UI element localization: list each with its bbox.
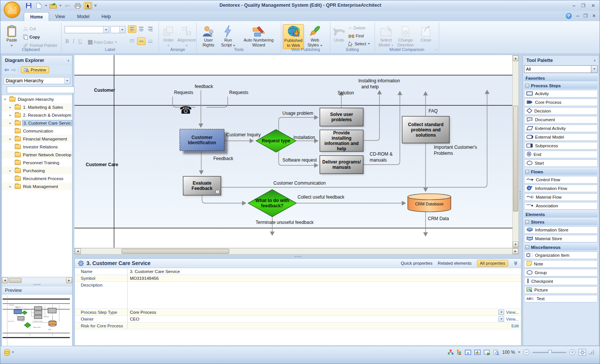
valign-bottom-button[interactable] (146, 37, 154, 45)
tree-item[interactable]: Partner Network Develop (2, 151, 72, 159)
tree-item[interactable]: ▸ 3. Customer Care Servic (2, 119, 72, 127)
database-status-icon[interactable] (4, 349, 10, 356)
explorer-hscrollbar[interactable]: ◄ ► (2, 277, 72, 283)
palette-item-control-flow[interactable]: Control Flow (524, 176, 598, 184)
property-value[interactable]: CEO (128, 316, 498, 322)
expander-icon[interactable]: ▸ (9, 137, 14, 141)
palette-item-text[interactable]: ABCText (524, 295, 598, 302)
property-value[interactable] (128, 282, 521, 308)
node-customer-identification[interactable]: CustomerIdentification (180, 129, 228, 154)
palette-item-note[interactable]: Note (524, 260, 598, 268)
doc-minimize-button[interactable]: ‒ (576, 13, 579, 19)
back-button[interactable]: ⇦ (4, 66, 9, 73)
help-icon[interactable]: ? (566, 13, 572, 19)
expander-icon[interactable]: ▸ (9, 121, 14, 125)
preview-thumbnail[interactable]: CustomerCust. Care RequestsRequestCD-ROM… (2, 294, 72, 347)
tree-view-icon[interactable] (457, 349, 462, 355)
save-icon[interactable] (25, 2, 33, 9)
palette-item-subprocess[interactable]: Subprocess (524, 142, 598, 150)
property-value[interactable]: Core Process (128, 309, 498, 315)
tree-item[interactable]: ▸ Financial Management (2, 135, 72, 143)
close-button[interactable]: ✕ (591, 3, 595, 8)
find-button[interactable]: Find (349, 32, 364, 39)
select-tool-icon[interactable] (84, 2, 92, 9)
zoom-dropdown-caret[interactable] (518, 352, 520, 353)
align-center-button[interactable] (137, 25, 145, 33)
palette-item-checkpoint[interactable]: Checkpoint (524, 278, 598, 285)
cut-button[interactable]: Cut (23, 25, 36, 32)
collapse-section-icon[interactable]: – (526, 220, 529, 224)
undo-quick-icon[interactable] (63, 2, 72, 9)
bold-button[interactable]: B (65, 39, 69, 45)
quick-properties-tab[interactable]: Quick properties (401, 261, 433, 265)
palette-item-information-store[interactable]: Information Store (524, 226, 598, 234)
zoom-slider-thumb[interactable] (548, 350, 552, 355)
palette-section-stores[interactable]: –Stores (524, 218, 598, 225)
scroll-right-icon[interactable]: ► (512, 248, 518, 254)
tab-home[interactable]: Home (24, 12, 49, 21)
scroll-down-icon[interactable]: ▼ (513, 242, 518, 247)
fit-to-window-button[interactable] (578, 349, 586, 356)
align-left-button[interactable] (128, 25, 136, 33)
palette-item-document[interactable]: Document (524, 116, 598, 123)
palette-section-miscellaneous[interactable]: –Miscellaneous (524, 244, 598, 250)
scroll-left-icon[interactable]: ◄ (75, 248, 81, 254)
collapse-section-icon[interactable]: – (526, 245, 529, 249)
value-dropdown-icon[interactable] (498, 316, 504, 322)
palette-item-information-flow[interactable]: iInformation Flow (524, 185, 598, 192)
user-rights-button[interactable]: User Rights (199, 24, 218, 49)
canvas-horizontal-scrollbar[interactable]: ◄ ► (74, 248, 519, 254)
palette-item-activity[interactable]: Activity (524, 90, 598, 97)
new-document-icon[interactable] (35, 2, 43, 9)
palette-splitter[interactable] (520, 191, 521, 199)
scroll-up-icon[interactable]: ▲ (513, 56, 518, 61)
qat-more-button[interactable] (94, 5, 97, 7)
zoom-level[interactable]: 100 % (502, 350, 515, 355)
undo-button[interactable]: Undo (331, 24, 347, 49)
dialog-launcher-icon[interactable]: ⌐ (435, 48, 437, 51)
change-direction-button[interactable]: Change Direction (396, 24, 415, 49)
scroll-left-icon[interactable]: ◄ (2, 278, 8, 283)
palette-section-elements[interactable]: Elements (524, 211, 598, 217)
view-link[interactable]: View... (506, 317, 519, 321)
resize-grip[interactable] (589, 350, 594, 355)
palette-item-end[interactable]: End (524, 151, 598, 158)
palette-item-external-activity[interactable]: External Activity (524, 125, 598, 132)
palette-item-material-flow[interactable]: Material Flow (524, 193, 598, 201)
info-icon[interactable]: i (217, 190, 218, 194)
palette-section-process-steps[interactable]: –Process Steps (524, 82, 598, 89)
presentation-view-icon[interactable] (484, 350, 490, 355)
align-right-button[interactable] (146, 25, 154, 33)
font-size-combo[interactable] (110, 26, 125, 33)
model-view-icon[interactable] (447, 349, 454, 355)
minimize-button[interactable]: ‒ (572, 3, 575, 8)
tree-item[interactable]: ▸ 1. Marketing & Sales (2, 103, 72, 111)
italic-button[interactable]: I (72, 39, 74, 45)
palette-item-external-model[interactable]: External Model (524, 133, 598, 141)
all-properties-tab[interactable]: All properties (477, 260, 508, 267)
tree-item[interactable]: ▸ 2. Research & Developm (2, 111, 72, 119)
tab-view[interactable]: View (49, 12, 71, 21)
expand-panel-icon[interactable]: › (594, 58, 595, 63)
tree-item[interactable]: ▾ Diagram Hierarchy (2, 95, 72, 103)
close-comparison-button[interactable]: Close (416, 24, 435, 49)
select-model-button[interactable]: Select Model (376, 24, 395, 49)
node-provide-installing-information[interactable]: Provideinstallinginformation andhelp (320, 130, 364, 153)
zoom-slider[interactable] (532, 352, 566, 353)
tree-item[interactable]: Recruitment Process (2, 174, 72, 182)
tree-item[interactable]: Personnel Training (2, 159, 72, 167)
hierarchy-combo[interactable]: Diagram Hierarchy (4, 77, 70, 84)
open-model-icon[interactable] (49, 2, 57, 9)
expander-icon[interactable]: ▸ (9, 185, 14, 188)
expander-icon[interactable]: ▸ (9, 113, 14, 117)
palette-section-favorites[interactable]: Favorites (524, 74, 598, 81)
related-elements-tab[interactable]: Related elements (438, 261, 472, 265)
auto-numbering-wizard-button[interactable]: Auto Numbering Wizard (238, 24, 279, 49)
print-preview-icon[interactable] (493, 350, 499, 355)
diagram-view-icon[interactable] (465, 350, 472, 355)
palette-section-flows[interactable]: –Flows (524, 168, 598, 175)
expander-icon[interactable]: ▸ (9, 105, 14, 109)
view-link[interactable]: View... (506, 310, 519, 315)
node-collect-standard-problems[interactable]: Collect standardproblems andsolutions (402, 116, 450, 144)
tree-item[interactable]: ▸ Risk Management (2, 182, 72, 190)
